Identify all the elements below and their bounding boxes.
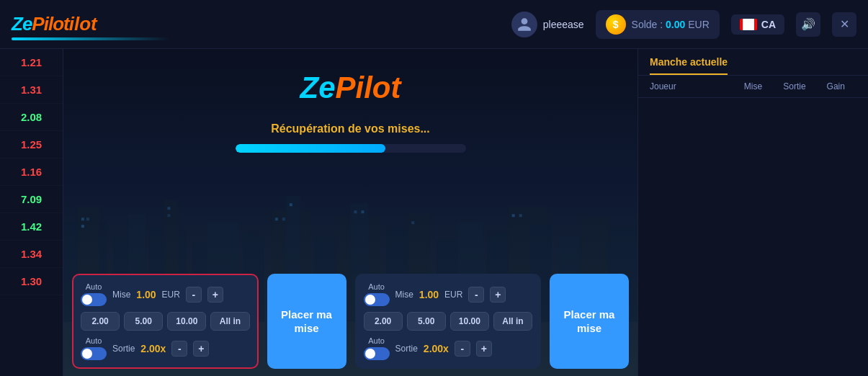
progress-bar-fill [236,144,385,153]
mise-label-2: Mise [395,290,413,300]
logo-bar [12,37,170,40]
tab-header: Manche actuelle [638,49,868,76]
mise-plus-2[interactable]: + [490,287,506,303]
betting-area: Auto Mise 1.00 EUR - + 2.00 5.00 10.00 A… [63,267,637,376]
sortie-value-1: 2.00x [140,343,166,354]
eur-label-1: EUR [162,290,180,300]
mult-item-6: 7.09 [0,186,63,213]
mult-item-8: 1.34 [0,241,63,268]
sortie-label-2: Sortie [395,344,418,354]
mult-item-3: 2.08 [0,104,63,131]
place-bet-button-1[interactable]: Placer ma mise [267,274,346,369]
tab-manche-actuelle[interactable]: Manche actuelle [650,56,728,75]
bet-panel-2: Auto Mise 1.00 EUR - + 2.00 5.00 10.00 A… [355,274,542,369]
game-logo-pilot: Pilot [336,71,401,104]
mise-value-1: 1.00 [136,289,156,300]
quick-btn-1-3[interactable]: 10.00 [167,312,206,331]
quick-btn-2-4[interactable]: All in [493,312,532,331]
flag-icon [740,19,757,30]
mult-item-9: 1.30 [0,268,63,295]
mult-item-4: 1.25 [0,131,63,158]
bet-row-2: Auto Mise 1.00 EUR - + [364,282,533,306]
sound-icon: 🔊 [801,17,815,31]
eur-label-2: EUR [444,290,462,300]
auto-label-1: Auto [86,282,102,291]
mise-value-2: 1.00 [419,289,439,300]
mult-item-5: 1.16 [0,158,63,186]
sortie-row-2: Auto Sortie 2.00x - + [364,336,533,360]
sortie-row-1: Auto Sortie 2.00x - + [81,336,250,360]
table-body [638,98,868,376]
right-panel: Manche actuelle Joueur Mise Sortie Gain [637,49,868,376]
balance-amount: 0.00 [666,19,685,30]
auto-label-2b: Auto [368,336,385,345]
sound-button[interactable]: 🔊 [796,12,820,37]
header: ZePilot ilot pleeease $ Solde : 0.00 EUR… [0,0,868,49]
quick-bet-row-1: 2.00 5.00 10.00 All in [81,312,250,331]
logo-ze: Ze [12,13,32,35]
auto-toggle-2[interactable] [364,293,390,306]
auto-label-1b: Auto [86,336,102,345]
col-mise: Mise [733,81,774,91]
loading-text: Récupération de vos mises... [271,122,430,135]
user-info: pleeease [511,12,584,37]
main: 1.21 1.31 2.08 1.25 1.16 7.09 1.42 1.34 … [0,49,868,376]
sortie-minus-2[interactable]: - [455,341,470,357]
logo-pilot: Pilot [32,13,68,35]
coin-icon: $ [606,14,626,35]
quick-btn-2-1[interactable]: 2.00 [364,312,403,331]
game-logo: ZePilot [300,71,401,105]
game-area: ZePilot Récupération de vos mises... Aut… [63,49,637,376]
balance-text: Solde : 0.00 EUR [632,19,710,30]
sortie-label-1: Sortie [112,344,135,354]
quick-bet-row-2: 2.00 5.00 10.00 All in [364,312,533,331]
quick-btn-1-2[interactable]: 5.00 [124,312,163,331]
mise-minus-1[interactable]: - [186,287,202,303]
auto-toggle-2b[interactable] [364,347,390,360]
col-gain: Gain [815,81,856,91]
table-header: Joueur Mise Sortie Gain [638,76,868,98]
username: pleeease [543,19,584,30]
auto-label-2: Auto [368,282,385,291]
mise-label-1: Mise [112,290,130,300]
auto-toggle-1b[interactable] [81,347,107,360]
logo: ZePilot ilot [12,13,97,35]
locale-code: CA [761,19,776,30]
quick-btn-1-4[interactable]: All in [210,312,249,331]
place-bet-button-2[interactable]: Placer ma mise [550,274,629,369]
quick-btn-2-2[interactable]: 5.00 [407,312,446,331]
balance-box: $ Solde : 0.00 EUR [596,10,720,39]
logo-ot: ilot [69,13,97,35]
mult-item-7: 1.42 [0,213,63,241]
locale-box: CA [731,14,784,35]
sortie-minus-1[interactable]: - [171,341,187,357]
progress-bar-container [236,144,466,153]
mult-item-2: 1.31 [0,76,63,104]
close-icon: ✕ [840,17,849,31]
sidebar: 1.21 1.31 2.08 1.25 1.16 7.09 1.42 1.34 … [0,49,63,376]
quick-btn-2-3[interactable]: 10.00 [450,312,489,331]
sortie-value-2: 2.00x [424,343,449,354]
balance-label: Solde : [632,19,666,30]
bet-panel-1: Auto Mise 1.00 EUR - + 2.00 5.00 10.00 A… [72,274,259,369]
sortie-plus-1[interactable]: + [193,341,209,357]
bet-row-1: Auto Mise 1.00 EUR - + [81,282,250,306]
balance-currency: EUR [688,19,710,30]
game-logo-ze: Ze [300,71,335,104]
mise-plus-1[interactable]: + [207,287,223,303]
close-button[interactable]: ✕ [832,12,856,37]
avatar [511,12,537,37]
mise-minus-2[interactable]: - [468,287,484,303]
quick-btn-1-1[interactable]: 2.00 [81,312,120,331]
col-joueur: Joueur [650,81,733,91]
col-sortie: Sortie [774,81,815,91]
mult-item-1: 1.21 [0,49,63,76]
header-right: pleeease $ Solde : 0.00 EUR CA 🔊 ✕ [511,10,856,39]
auto-toggle-1[interactable] [81,293,107,306]
sortie-plus-2[interactable]: + [476,341,492,357]
